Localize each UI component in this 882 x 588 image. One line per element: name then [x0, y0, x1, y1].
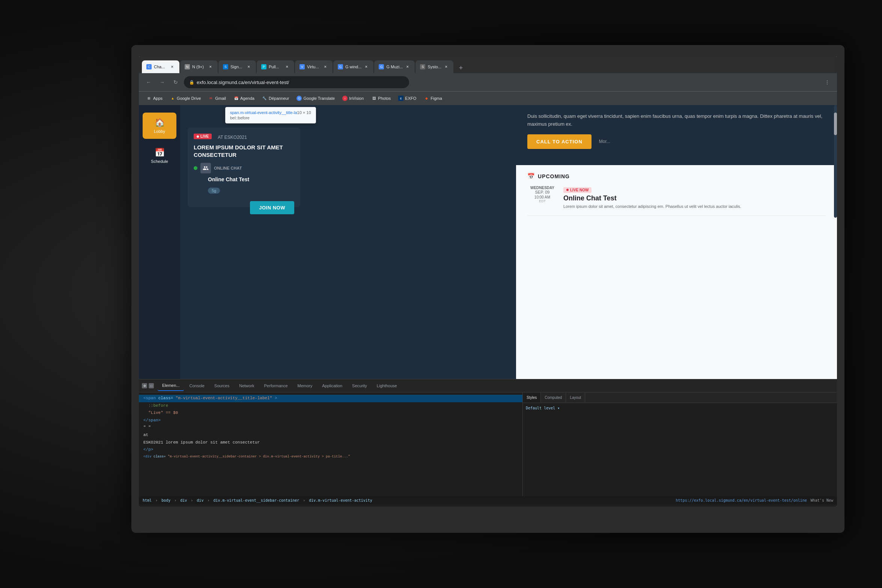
bookmark-figma[interactable]: ◆ Figma: [421, 94, 445, 103]
tooltip-pseudo: bel::before: [230, 116, 311, 120]
bookmark-label-photos: Photos: [378, 96, 391, 101]
event-month-day: SEP. 09: [527, 190, 557, 194]
more-link[interactable]: Mor...: [599, 139, 610, 144]
live-dot: [197, 135, 199, 138]
tab-close-systo[interactable]: ✕: [444, 64, 449, 69]
bookmark-apps[interactable]: ⊞ Apps: [143, 94, 166, 103]
home-icon: 🏠: [155, 118, 165, 128]
tab-label-systo: Systo...: [427, 65, 441, 69]
devtools-sec-tab-computed[interactable]: Computed: [541, 393, 566, 403]
html-line-close-span: </span>: [139, 417, 522, 424]
tab-close-virtu[interactable]: ✕: [323, 64, 328, 69]
devtools-styles-panel: Styles Computed Layout Default level ▾: [523, 393, 837, 496]
online-dot: [194, 166, 197, 170]
devtools-tab-network[interactable]: Network: [235, 380, 259, 391]
monitor-frame: C Cha... ✕ N N (9+) ✕ S Sign... ✕ P Pull…: [131, 45, 844, 533]
tab-close-sign[interactable]: ✕: [246, 64, 251, 69]
html-line-close-p: </p>: [139, 446, 522, 454]
tab-gmuzi[interactable]: G G Muzi... ✕: [374, 60, 415, 73]
tab-favicon-virtu: V: [300, 64, 305, 69]
bookmark-gmail[interactable]: ✉ Gmail: [205, 94, 229, 103]
tab-systo[interactable]: S Systo... ✕: [415, 60, 453, 73]
tab-pull[interactable]: P Pull... ✕: [257, 60, 294, 73]
sidebar-item-lobby[interactable]: 🏠 Lobby: [143, 113, 176, 139]
tab-close-chan[interactable]: ✕: [170, 64, 175, 69]
upcoming-header: 📅 UPCOMING: [527, 173, 826, 180]
address-bar[interactable]: 🔒 exfo.local.sigmund.ca/en/virtual-event…: [184, 76, 409, 88]
bookmark-label-figma: Figma: [430, 96, 442, 101]
tab-close-gmuzi[interactable]: ✕: [405, 64, 410, 69]
live-badge: LIVE: [194, 134, 212, 139]
tab-chan[interactable]: C Cha... ✕: [142, 60, 179, 73]
bookmark-label-invision: InVision: [349, 96, 364, 101]
tab-label-chan: Cha...: [154, 65, 165, 69]
bookmark-googledrive[interactable]: ▲ Google Drive: [167, 94, 204, 103]
back-button[interactable]: ←: [143, 77, 154, 87]
devtools-sec-tab-styles[interactable]: Styles: [523, 393, 541, 403]
extensions-button[interactable]: ⋮: [822, 77, 832, 87]
join-now-button[interactable]: JOIN NOW: [250, 201, 294, 214]
devtools-tab-console[interactable]: Console: [185, 380, 209, 391]
devtools-tab-application[interactable]: Application: [318, 380, 347, 391]
breadcrumb-html: html: [143, 498, 152, 502]
chat-name: Online Chat Test: [194, 176, 294, 182]
tab-label-sign: Sign...: [230, 65, 242, 69]
reload-button[interactable]: ↻: [170, 77, 181, 87]
bookmarks-bar: ⊞ Apps ▲ Google Drive ✉ Gmail 📅 Agenda 🔧: [139, 91, 837, 105]
bookmark-googletranslate[interactable]: G Google Translate: [293, 94, 338, 103]
devtools-tab-performance[interactable]: Performance: [260, 380, 292, 391]
activity-venue: AT ESKO2021: [218, 135, 247, 140]
upcoming-title: UPCOMING: [538, 173, 570, 179]
tab-close-n[interactable]: ✕: [208, 64, 213, 69]
breadcrumb-sep2: ›: [174, 498, 176, 502]
bookmark-favicon-apps: ⊞: [146, 96, 152, 101]
html-line-esko: ESKO2021 lorem ipsum dolor sit amet cons…: [139, 439, 522, 447]
breadcrumb-div4: div.m-virtual-event-activity: [309, 498, 372, 502]
live-now-dot: [566, 189, 569, 191]
bookmark-label-apps: Apps: [153, 96, 163, 101]
bookmark-exfo[interactable]: E EXFO: [395, 94, 419, 103]
devtools-whatsnew[interactable]: What's New: [811, 498, 833, 502]
devtools-tab-lighthouse[interactable]: Lighthouse: [372, 380, 402, 391]
sidebar-item-schedule[interactable]: 📅 Schedule: [143, 143, 176, 169]
bookmark-agenda[interactable]: 📅 Agenda: [230, 94, 257, 103]
html-line-div: <div class= "m-virtual-event-activity__s…: [139, 454, 522, 460]
tab-gwind[interactable]: G G wind... ✕: [333, 60, 373, 73]
bookmark-label-agenda: Agenda: [240, 96, 254, 101]
scroll-indicator[interactable]: [834, 105, 837, 218]
new-tab-button[interactable]: +: [456, 63, 466, 73]
bookmark-label-googledrive: Google Drive: [177, 96, 201, 101]
address-bar-row: ← → ↻ 🔒 exfo.local.sigmund.ca/en/virtual…: [139, 73, 837, 91]
tab-n[interactable]: N N (9+) ✕: [180, 60, 218, 73]
event-details: LIVE NOW Online Chat Test Lorem ipsum do…: [563, 186, 741, 209]
cta-button[interactable]: CALL TO ACTION: [527, 134, 592, 149]
devtools-tab-memory[interactable]: Memory: [293, 380, 317, 391]
event-edt: EDT: [527, 199, 557, 203]
chat-icon: [200, 163, 211, 173]
devtools-tab-elements[interactable]: Elemen...: [158, 380, 184, 391]
event-day-label: WEDNESDAY: [527, 186, 557, 190]
html-line-selected: <span class= "m-virtual-event-activity__…: [139, 395, 522, 402]
bookmark-invision[interactable]: I InVision: [339, 94, 367, 103]
breadcrumb-body: body: [161, 498, 170, 502]
tab-favicon-chan: C: [146, 64, 152, 69]
tab-close-gwind[interactable]: ✕: [364, 64, 369, 69]
devtools-tab-sources[interactable]: Sources: [210, 380, 234, 391]
tab-sign[interactable]: S Sign... ✕: [218, 60, 256, 73]
scroll-thumb[interactable]: [834, 113, 837, 135]
html-line-quote: " ": [139, 424, 522, 432]
bookmark-photos[interactable]: 🖼 Photos: [368, 94, 394, 103]
breadcrumb-url: https://exfo.local.sigmund.ca/en/virtual…: [676, 498, 807, 502]
online-chat-row: ONLINE CHAT: [194, 163, 294, 173]
devtools-sec-tab-layout[interactable]: Layout: [566, 393, 585, 403]
tab-favicon-gwind: G: [338, 64, 343, 69]
forward-button[interactable]: →: [157, 77, 167, 87]
bookmark-favicon-figma: ◆: [424, 96, 429, 101]
tab-close-pull[interactable]: ✕: [284, 64, 290, 69]
bookmark-label-gmail: Gmail: [215, 96, 226, 101]
tab-virtu[interactable]: V Virtu... ✕: [295, 60, 333, 73]
tab-favicon-n: N: [185, 64, 190, 69]
bookmark-depanneur[interactable]: 🔧 Dépanneur: [259, 94, 292, 103]
devtools-tab-security[interactable]: Security: [348, 380, 372, 391]
bookmark-favicon-exfo: E: [398, 96, 403, 101]
